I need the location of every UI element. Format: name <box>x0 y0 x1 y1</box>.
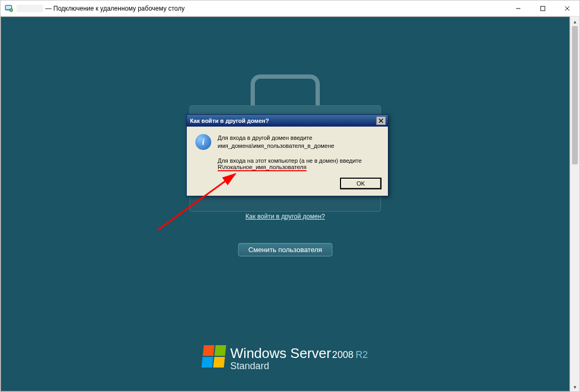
close-button[interactable] <box>555 1 579 16</box>
login-screen: Как войти в другой домен? Сменить пользо… <box>1 16 570 391</box>
scroll-thumb[interactable] <box>572 26 578 164</box>
svg-point-2 <box>10 9 13 12</box>
window-title: — Подключение к удаленному рабочему стол… <box>16 5 185 12</box>
brand-year: 2008 <box>332 349 353 360</box>
window-titlebar: — Подключение к удаленному рабочему стол… <box>1 1 579 16</box>
rdp-window: — Подключение к удаленному рабочему стол… <box>0 0 580 392</box>
content-wrap: Как войти в другой домен? Сменить пользо… <box>1 16 579 391</box>
window-title-suffix: — Подключение к удаленному рабочему стол… <box>45 5 185 12</box>
brand-server: Server <box>291 345 332 361</box>
redacted-hostname <box>16 5 43 12</box>
dialog-close-button[interactable] <box>376 116 386 125</box>
how-to-login-domain-link[interactable]: Как войти в другой домен? <box>245 213 325 220</box>
dialog-title-text: Как войти в другой домен? <box>190 118 269 124</box>
scroll-up-button[interactable]: ▴ <box>570 16 579 26</box>
scroll-down-button[interactable]: ▾ <box>570 382 579 391</box>
domain-help-dialog: Как войти в другой домен? i Для входа в … <box>186 114 388 196</box>
windows-server-brand: Windows Server2008R2 Standard <box>203 345 368 372</box>
maximize-button[interactable] <box>531 1 555 16</box>
vertical-scrollbar[interactable]: ▴ ▾ <box>570 16 579 391</box>
rdp-app-icon <box>5 4 13 13</box>
brand-windows: Windows <box>230 345 286 361</box>
windows-flag-icon <box>202 345 226 368</box>
brand-r2: R2 <box>355 349 368 360</box>
dialog-paragraph-2: Для входа на этот компьютер (а не в доме… <box>218 157 379 171</box>
local-login-format: R\локальное_имя_пользователя <box>218 164 306 170</box>
svg-rect-4 <box>541 6 545 11</box>
dialog-paragraph-1: Для входа в другой домен введите имя_дом… <box>218 134 334 150</box>
ok-button[interactable]: OK <box>340 178 382 189</box>
dialog-titlebar[interactable]: Как войти в другой домен? <box>187 115 388 127</box>
minimize-button[interactable] <box>506 1 531 16</box>
brand-edition: Standard <box>230 361 368 372</box>
info-icon: i <box>195 134 211 150</box>
switch-user-button[interactable]: Сменить пользователя <box>238 243 333 256</box>
